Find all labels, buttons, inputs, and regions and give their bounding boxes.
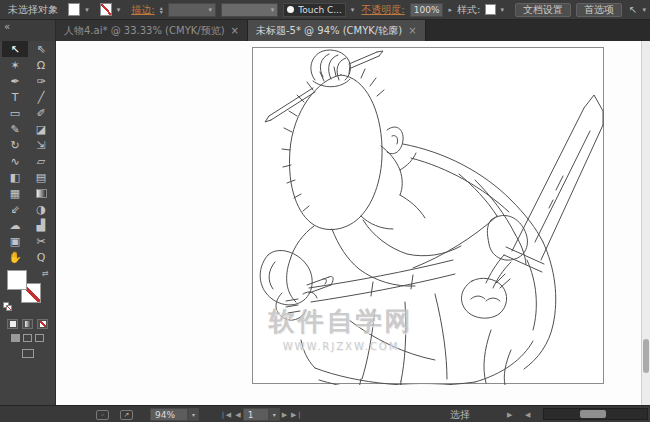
zoom-caret-icon[interactable]: ▾: [188, 408, 199, 421]
eyedropper-tool-icon[interactable]: ⇙: [2, 201, 28, 217]
stroke-caret-icon[interactable]: ▾: [117, 6, 121, 14]
swap-fill-stroke-icon[interactable]: ⇄: [42, 269, 49, 278]
export-icon[interactable]: ↗: [120, 410, 133, 420]
style-swatch[interactable]: [485, 4, 495, 15]
rotate-tool-icon[interactable]: ↻: [2, 137, 28, 153]
tab-document-2[interactable]: 未标题-5* @ 94% (CMYK/轮廓) ×: [248, 20, 426, 41]
horizontal-scrollbar-thumb[interactable]: [580, 410, 606, 418]
stroke-weight-dropdown[interactable]: ▾: [168, 3, 216, 17]
color-mode-buttons: [0, 319, 55, 329]
stroke-weight-caret-icon: ▾: [208, 6, 212, 14]
tools-panel: ↖⇖✶Ω✒✑T╱▭✐✎◪↻⇲∿▱◧▤▦⇙◑☁▟▣✂✋Q ⇄: [0, 41, 56, 405]
scale-tool-icon[interactable]: ⇲: [28, 137, 54, 153]
shape-builder-tool-icon[interactable]: ◧: [2, 169, 28, 185]
tab-1-close-icon[interactable]: ×: [231, 25, 239, 36]
symbol-sprayer-tool-icon[interactable]: ☁: [2, 217, 28, 233]
draw-behind-icon[interactable]: [23, 334, 32, 342]
brush-preview-icon: [287, 6, 294, 13]
draw-inside-icon[interactable]: [35, 334, 44, 342]
fill-color-swatch[interactable]: [68, 3, 80, 16]
mesh-tool-icon[interactable]: ▦: [2, 185, 28, 201]
zoom-level-field[interactable]: 94%: [150, 408, 188, 421]
last-artboard-icon[interactable]: ▶❘: [291, 411, 302, 419]
color-button[interactable]: [7, 319, 18, 329]
change-screen-mode-icon[interactable]: [22, 349, 34, 358]
blend-tool-icon[interactable]: ◑: [28, 201, 54, 217]
width-tool-icon[interactable]: ∿: [2, 153, 28, 169]
artboard-caret-icon[interactable]: ▾: [269, 408, 280, 421]
next-artboard-icon[interactable]: ▶: [282, 411, 287, 419]
vertical-scrollbar-thumb[interactable]: [643, 339, 649, 373]
panel-expand-left-icon[interactable]: ◀: [525, 411, 530, 419]
opacity-link[interactable]: 不透明度:: [361, 3, 404, 17]
curvature-tool-icon[interactable]: ✑: [28, 73, 54, 89]
lasso-tool-icon[interactable]: Ω: [28, 57, 54, 73]
artboard-number-field[interactable]: 1: [243, 408, 269, 421]
artwork-line-drawing[interactable]: [253, 48, 605, 385]
tools-grid: ↖⇖✶Ω✒✑T╱▭✐✎◪↻⇲∿▱◧▤▦⇙◑☁▟▣✂✋Q: [0, 41, 55, 265]
zoom-tool-icon[interactable]: Q: [28, 249, 54, 265]
direct-selection-tool-icon[interactable]: ⇖: [28, 41, 54, 57]
perspective-grid-tool-icon[interactable]: ▤: [28, 169, 54, 185]
type-tool-icon[interactable]: T: [2, 89, 28, 105]
artboard-tool-icon[interactable]: ▣: [2, 233, 28, 249]
pen-tool-icon[interactable]: ✒: [2, 73, 28, 89]
collapse-chevron-icon: «: [4, 21, 10, 32]
variable-width-profile-dropdown[interactable]: ▾: [221, 3, 278, 17]
hand-tool-icon[interactable]: ✋: [2, 249, 28, 265]
cursor-options-icon[interactable]: ↖: [629, 4, 637, 15]
first-artboard-icon[interactable]: ❘◀: [220, 411, 231, 419]
prev-artboard-icon[interactable]: ◀: [235, 411, 240, 419]
slice-tool-icon[interactable]: ✂: [28, 233, 54, 249]
line-segment-tool-icon[interactable]: ╱: [28, 89, 54, 105]
tools-panel-collapse[interactable]: «: [0, 20, 56, 41]
magic-wand-tool-icon[interactable]: ✶: [2, 57, 28, 73]
stroke-weight-link[interactable]: 描边:: [131, 3, 154, 17]
opacity-caret-icon[interactable]: ▸: [448, 6, 452, 14]
profile-caret-icon: ▾: [271, 6, 275, 14]
brush-definition-dropdown[interactable]: Touch C...: [283, 3, 346, 17]
default-fill-stroke-icon[interactable]: [3, 302, 13, 312]
pencil-tool-icon[interactable]: ✎: [2, 121, 28, 137]
gradient-tool-icon[interactable]: [28, 185, 54, 201]
cursor-options-caret-icon[interactable]: ▾: [642, 6, 646, 14]
fill-indicator[interactable]: [7, 270, 27, 290]
tab-2-label: 未标题-5* @ 94% (CMYK/轮廓): [256, 24, 402, 38]
current-tool-label: 选择: [450, 408, 470, 422]
document-tab-bar: « 人物4.ai* @ 33.33% (CMYK/预览) × 未标题-5* @ …: [0, 20, 650, 41]
style-label: 样式:: [457, 3, 480, 17]
style-caret-icon[interactable]: ▾: [501, 6, 505, 14]
tab-document-1[interactable]: 人物4.ai* @ 33.33% (CMYK/预览) ×: [56, 20, 248, 41]
control-bar: 未选择对象 ▾ ▾ 描边: ▴ ▾ ▾ ▾ Touch C... ▾ 不透明度:…: [0, 0, 650, 20]
stroke-color-swatch[interactable]: [100, 3, 112, 16]
drawing-mode-buttons: [0, 334, 55, 342]
preferences-button[interactable]: 首选项: [576, 3, 622, 17]
eraser-tool-icon[interactable]: ◪: [28, 121, 54, 137]
tab-1-label: 人物4.ai* @ 33.33% (CMYK/预览): [64, 24, 225, 38]
gradient-button[interactable]: [22, 319, 33, 329]
status-bar: ◦ ↗ 94% ▾ ❘◀ ◀ 1 ▾ ▶ ▶❘ 选择 ▶ ◀: [0, 405, 650, 422]
tab-2-close-icon[interactable]: ×: [408, 25, 416, 36]
fill-caret-icon[interactable]: ▾: [85, 6, 89, 14]
artboard[interactable]: 软件自学网 WWW.RJZXW.COM: [252, 47, 604, 384]
panel-expand-right-icon[interactable]: ▶: [507, 411, 512, 419]
brush-caret-icon[interactable]: ▾: [351, 6, 355, 14]
stroke-weight-stepper[interactable]: ▴ ▾: [160, 6, 163, 14]
opacity-field[interactable]: 100%: [410, 3, 444, 17]
workspace: ↖⇖✶Ω✒✑T╱▭✐✎◪↻⇲∿▱◧▤▦⇙◑☁▟▣✂✋Q ⇄: [0, 41, 650, 405]
rectangle-tool-icon[interactable]: ▭: [2, 105, 28, 121]
column-graph-tool-icon[interactable]: ▟: [28, 217, 54, 233]
canvas-pasteboard[interactable]: 软件自学网 WWW.RJZXW.COM: [56, 41, 650, 405]
gpu-preview-icon[interactable]: ◦: [96, 410, 109, 420]
none-button[interactable]: [37, 319, 48, 329]
selection-tool-icon[interactable]: ↖: [2, 41, 28, 57]
fill-stroke-indicator: ⇄: [0, 269, 55, 317]
paintbrush-tool-icon[interactable]: ✐: [28, 105, 54, 121]
selection-status: 未选择对象: [8, 3, 59, 17]
document-setup-button[interactable]: 文档设置: [515, 3, 571, 17]
free-transform-tool-icon[interactable]: ▱: [28, 153, 54, 169]
draw-normal-icon[interactable]: [11, 334, 20, 342]
brush-definition-value: Touch C...: [298, 5, 342, 15]
horizontal-scrollbar[interactable]: [543, 408, 648, 420]
vertical-scrollbar[interactable]: [641, 41, 650, 405]
